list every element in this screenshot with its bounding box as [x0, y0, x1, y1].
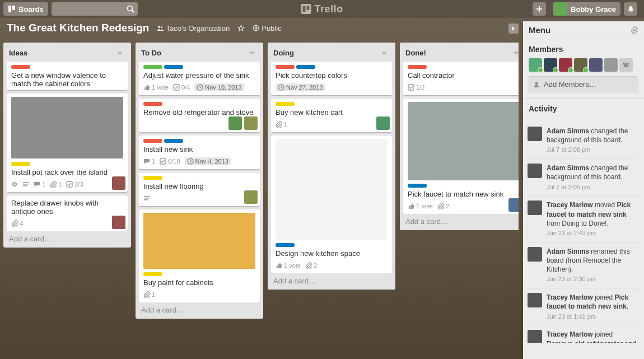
create-button[interactable]	[533, 2, 546, 16]
card-labels	[143, 272, 255, 276]
card-labels	[143, 139, 255, 143]
list-title[interactable]: Ideas	[9, 49, 114, 57]
card[interactable]: Pick countertop colorsNov 27, 2013	[271, 62, 392, 95]
activity-time: Jul 7 at 2:05 pm	[547, 183, 640, 192]
menu-collapse-button[interactable]	[508, 24, 519, 34]
member-avatar[interactable]	[559, 58, 572, 72]
board-title[interactable]: The Great Kitchen Redesign	[7, 22, 149, 34]
card[interactable]: Install new sink10/10Nov 4, 2013	[139, 136, 260, 169]
label-yellow	[11, 162, 30, 166]
member-avatar[interactable]	[574, 58, 587, 72]
boards-label: Boards	[18, 5, 44, 13]
user-menu[interactable]: Bobby Grace	[553, 2, 620, 16]
activity-verb: joined	[593, 330, 613, 338]
trello-logo-icon	[301, 4, 311, 14]
label-blue	[296, 65, 315, 69]
card[interactable]: Install pot rack over the island112/3	[7, 94, 128, 192]
activity-avatar[interactable]	[528, 127, 542, 141]
card-cover-image	[143, 213, 255, 269]
activity-actor[interactable]: Adam Simms	[547, 127, 589, 135]
activity-verb: moved	[593, 201, 617, 209]
list-menu-button[interactable]	[511, 47, 519, 58]
activity-avatar[interactable]	[528, 164, 542, 178]
list-menu-button[interactable]	[246, 47, 258, 58]
activity-avatar[interactable]	[528, 247, 542, 262]
add-card-button[interactable]: Add a card…	[403, 214, 519, 227]
activity-item: Tracey Marlow joined Remove old refriger…	[528, 325, 640, 343]
card[interactable]: Design new kitchen space1 vote2	[271, 136, 392, 273]
logo-text: Trello	[314, 3, 343, 15]
members-row: W	[529, 58, 638, 72]
card[interactable]: Buy new kitchen cart1	[271, 99, 392, 132]
card[interactable]: Replace drawer knobs with antique ones4	[7, 195, 128, 231]
activity-time: Jun 23 at 1:41 pm	[547, 313, 640, 321]
svg-point-4	[158, 26, 160, 28]
activity-avatar[interactable]	[528, 330, 542, 343]
card[interactable]: Buy paint for cabinets1	[139, 209, 260, 302]
add-card-button[interactable]: Add a card…	[271, 273, 392, 286]
svg-rect-1	[12, 6, 15, 10]
add-members-button[interactable]: Add Members…	[529, 76, 638, 92]
label-red	[143, 102, 162, 106]
attachments-badge: 1	[276, 121, 287, 128]
card-member-avatar[interactable]	[228, 116, 242, 130]
activity-actor[interactable]: Adam Simms	[547, 248, 589, 255]
card-cover-image	[276, 139, 388, 240]
activity-target[interactable]: Remove old refrigerator and stove	[547, 340, 637, 343]
attachments-badge: 2	[437, 203, 449, 209]
more-members-button[interactable]: W	[619, 58, 633, 72]
card-member-avatar[interactable]	[244, 116, 258, 130]
member-avatar[interactable]	[604, 58, 618, 72]
activity-avatar[interactable]	[528, 293, 542, 307]
list-title[interactable]: To Do	[141, 49, 246, 57]
org-link[interactable]: Taco's Organization	[157, 24, 230, 32]
svg-rect-0	[8, 6, 11, 12]
card-member-avatar[interactable]	[112, 176, 125, 190]
list-menu-button[interactable]	[114, 47, 125, 58]
card[interactable]: Install new flooring	[139, 172, 260, 206]
activity-actor[interactable]: Tracey Marlow	[547, 201, 593, 209]
checklist-badge: 0/4	[173, 84, 190, 91]
activity-actor[interactable]: Adam Simms	[547, 164, 589, 172]
comments-badge: 1	[143, 158, 155, 165]
add-card-button[interactable]: Add a card…	[139, 302, 260, 315]
star-icon	[237, 25, 245, 32]
menu-settings-button[interactable]	[631, 26, 638, 34]
card-member-avatar[interactable]	[112, 216, 125, 229]
list-menu-button[interactable]	[379, 47, 390, 58]
label-green	[143, 65, 162, 69]
card-labels	[276, 243, 388, 247]
card[interactable]: Get a new window valence to match the ca…	[7, 62, 128, 90]
card-member-avatar[interactable]	[508, 198, 519, 212]
search-input[interactable]	[52, 2, 138, 16]
card[interactable]: Pick faucet to match new sink1 vote2	[403, 99, 519, 214]
card[interactable]: Adjust water pressure of the sink1 vote0…	[139, 62, 260, 95]
member-avatar[interactable]	[544, 58, 557, 72]
visibility-button[interactable]: Public	[253, 24, 281, 32]
card-member-avatar[interactable]	[244, 190, 258, 204]
activity-actor[interactable]: Tracey Marlow	[547, 293, 593, 301]
due-date-badge: Nov 10, 2013	[194, 83, 244, 91]
card-title: Install new flooring	[143, 182, 255, 190]
activity-actor[interactable]: Tracey Marlow	[547, 330, 593, 338]
card[interactable]: Call contractor1/2	[403, 62, 519, 95]
member-avatar[interactable]	[529, 58, 542, 72]
boards-button[interactable]: Boards	[3, 2, 48, 16]
card-title: Replace drawer knobs with antique ones	[11, 199, 123, 216]
notifications-button[interactable]	[624, 2, 637, 16]
card-labels	[143, 102, 255, 106]
due-date-badge: Nov 27, 2013	[276, 83, 325, 91]
add-card-button[interactable]: Add a card…	[7, 231, 128, 244]
star-button[interactable]	[237, 25, 245, 32]
member-avatar[interactable]	[589, 58, 603, 72]
trello-logo[interactable]: Trello	[301, 3, 343, 15]
checklist-badge: 2/3	[66, 181, 83, 188]
activity-avatar[interactable]	[528, 201, 542, 215]
card-member-avatar[interactable]	[376, 116, 390, 130]
card-labels	[276, 65, 388, 69]
activity-item: Tracey Marlow joined Pick faucet to matc…	[528, 288, 640, 325]
card-title: Adjust water pressure of the sink	[143, 71, 255, 80]
card[interactable]: Remove old refrigerator and stove	[139, 99, 260, 132]
list-title[interactable]: Done!	[405, 49, 511, 57]
list-title[interactable]: Doing	[273, 49, 379, 57]
